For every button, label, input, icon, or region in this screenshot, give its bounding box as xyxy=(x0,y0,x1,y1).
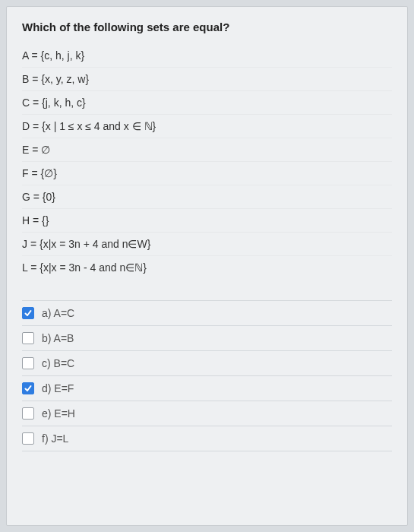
options-list: a) A=Cb) A=Bc) B=Cd) E=Fe) E=Hf) J=L xyxy=(22,300,392,451)
option-row-d[interactable]: d) E=F xyxy=(22,376,392,401)
checkbox-b[interactable] xyxy=(22,332,34,344)
question-card: Which of the following sets are equal? A… xyxy=(6,6,408,526)
checkbox-d[interactable] xyxy=(22,382,34,394)
set-definition: L = {x|x = 3n - 4 and n∈ℕ} xyxy=(22,255,392,279)
option-label: d) E=F xyxy=(42,382,74,394)
option-label: c) B=C xyxy=(42,357,74,369)
option-row-c[interactable]: c) B=C xyxy=(22,351,392,376)
set-definition: J = {x|x = 3n + 4 and n∈W} xyxy=(22,232,392,255)
spacer xyxy=(22,279,392,300)
checkbox-a[interactable] xyxy=(22,307,34,319)
option-row-f[interactable]: f) J=L xyxy=(22,426,392,451)
check-icon xyxy=(24,385,32,392)
checkbox-c[interactable] xyxy=(22,357,34,369)
option-label: f) J=L xyxy=(42,432,68,445)
option-row-e[interactable]: e) E=H xyxy=(22,401,392,426)
set-definition: E = ∅ xyxy=(22,138,392,161)
option-label: a) A=C xyxy=(42,307,74,319)
option-row-b[interactable]: b) A=B xyxy=(22,326,392,351)
question-title: Which of the following sets are equal? xyxy=(22,21,392,33)
set-definition: A = {c, h, j, k} xyxy=(22,44,392,67)
checkbox-f[interactable] xyxy=(22,432,34,445)
option-label: b) A=B xyxy=(42,332,74,344)
set-definition: H = {} xyxy=(22,208,392,232)
set-definition: F = {∅} xyxy=(22,161,392,185)
set-definition: D = {x | 1 ≤ x ≤ 4 and x ∈ ℕ} xyxy=(22,114,392,138)
option-row-a[interactable]: a) A=C xyxy=(22,300,392,326)
set-definition: B = {x, y, z, w} xyxy=(22,67,392,90)
check-icon xyxy=(24,309,32,317)
set-definition: C = {j, k, h, c} xyxy=(22,90,392,114)
option-label: e) E=H xyxy=(42,407,75,420)
checkbox-e[interactable] xyxy=(22,407,34,420)
set-definition: G = {0} xyxy=(22,185,392,208)
